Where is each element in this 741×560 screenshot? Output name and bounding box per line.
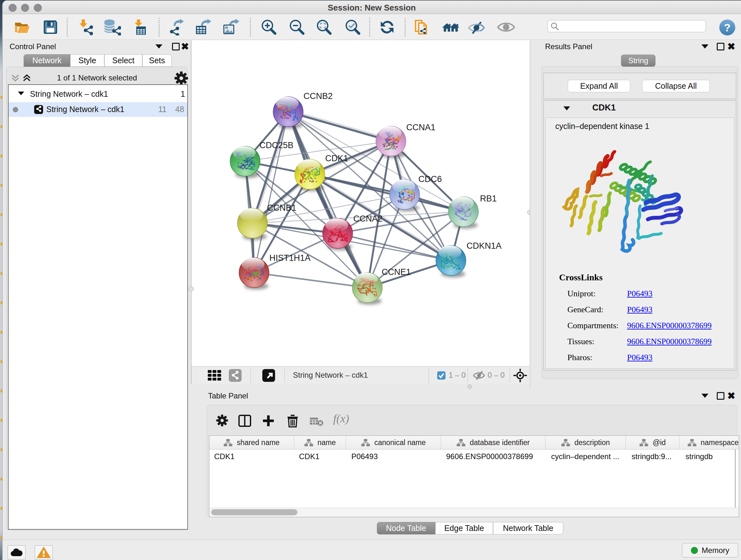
svg-text:CDKN1A: CDKN1A: [467, 241, 502, 251]
svg-text:HIST1H1A: HIST1H1A: [269, 253, 311, 263]
svg-text:?: ?: [724, 21, 731, 34]
svg-text:RB1: RB1: [480, 194, 497, 203]
svg-text:CDC25B: CDC25B: [259, 140, 293, 150]
svg-text:CCNE1: CCNE1: [382, 267, 411, 277]
svg-text:CDK1: CDK1: [325, 153, 348, 163]
svg-text:CCNA2: CCNA2: [353, 214, 383, 224]
svg-text:CCNB1: CCNB1: [267, 203, 296, 212]
svg-text:CCNA1: CCNA1: [406, 123, 435, 132]
svg-text:CDC6: CDC6: [418, 174, 442, 184]
svg-text:CCNB2: CCNB2: [304, 91, 333, 101]
